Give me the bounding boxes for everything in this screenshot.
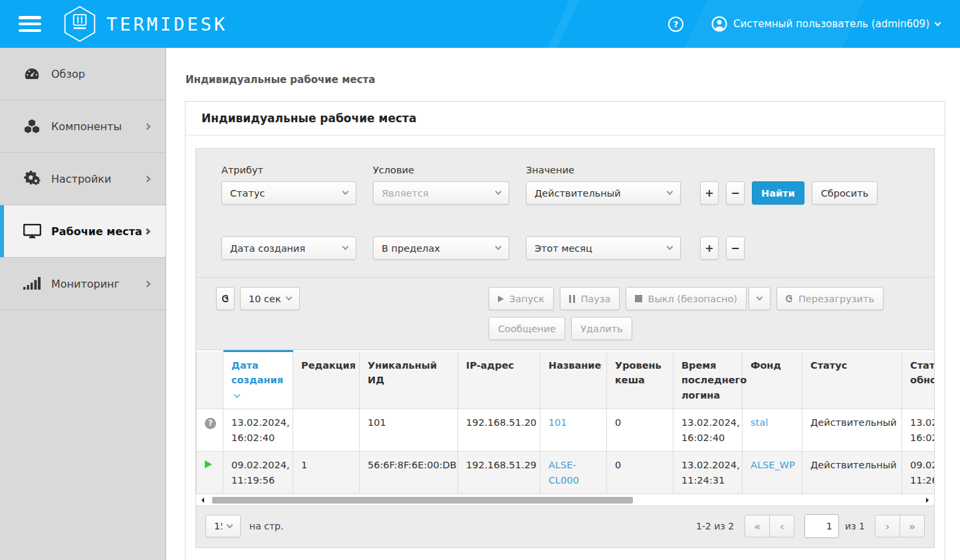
name-cell: 101 xyxy=(540,409,607,452)
sort-chevron-icon xyxy=(234,391,241,398)
page-size-select[interactable]: 15 xyxy=(205,515,241,537)
cache-level-cell: 0 xyxy=(607,409,673,452)
workplace-link[interactable]: ALSE-CL000 xyxy=(548,460,579,485)
revision-cell xyxy=(293,409,360,452)
play-icon xyxy=(498,296,504,302)
pause-button[interactable]: Пауза xyxy=(560,287,620,310)
attribute-label: Атрибут xyxy=(221,165,356,175)
stop-icon xyxy=(635,295,642,302)
prev-page-button[interactable]: ‹ xyxy=(769,515,794,537)
chevron-down-icon xyxy=(342,189,349,195)
chevron-down-icon xyxy=(286,294,293,301)
column-revision[interactable]: Редакция xyxy=(293,351,360,409)
refresh-button[interactable] xyxy=(216,287,235,310)
column-created-sorted[interactable]: Дата создания xyxy=(223,351,293,409)
pagination-bar: 15 на стр. 1-2 из 2 « ‹ из 1 › xyxy=(196,506,934,547)
sidebar-item-workplaces[interactable]: Рабочие места xyxy=(0,205,166,258)
name-cell: ALSE-CL000 xyxy=(540,452,607,494)
pool-link[interactable]: stal xyxy=(751,417,768,428)
ip-cell: 192.168.51.20 xyxy=(458,409,540,452)
scroll-right-icon[interactable] xyxy=(926,498,931,503)
chevron-down-icon xyxy=(495,189,502,195)
chevron-down-icon xyxy=(495,244,502,250)
table-row[interactable]: 13.02.2024, 16:02:40 101 192.168.51.20 1… xyxy=(197,409,935,452)
message-button[interactable]: Сообщение xyxy=(489,317,565,340)
column-update-status[interactable]: Статус обновления xyxy=(902,351,935,409)
remove-filter-button[interactable]: − xyxy=(726,181,745,205)
help-icon[interactable] xyxy=(668,17,683,32)
value-select-1[interactable]: Действительный xyxy=(526,181,681,205)
start-button[interactable]: Запуск xyxy=(489,287,554,310)
ip-cell: 192.168.51.29 xyxy=(458,452,540,494)
workplaces-card: Индивидуальные рабочие места Атрибут Ста… xyxy=(185,101,945,560)
refresh-interval-select[interactable]: 10 сек xyxy=(240,287,300,310)
power-off-button[interactable]: Выкл (безопасно) xyxy=(626,287,746,310)
sidebar-item-monitoring[interactable]: Мониторинг xyxy=(0,258,166,310)
uid-cell: 56:6F:8F:6E:00:DB xyxy=(360,452,458,494)
last-login-cell: 13.02.2024, 11:24:31 xyxy=(673,452,743,494)
dashboard-icon xyxy=(22,66,42,81)
state-cell xyxy=(197,409,223,452)
attribute-select-1[interactable]: Статус xyxy=(221,181,356,205)
refresh-icon xyxy=(222,295,229,302)
attribute-select-2[interactable]: Дата создания xyxy=(221,236,356,260)
filters-section: Атрибут Статус Условие Является xyxy=(196,149,934,277)
update-status-cell: 09.02.2024, 11:26 xyxy=(902,452,935,494)
column-name[interactable]: Название xyxy=(540,351,607,409)
first-page-button[interactable]: « xyxy=(745,515,770,537)
scroll-left-icon[interactable] xyxy=(199,498,204,503)
chevron-down-icon xyxy=(756,294,763,301)
sidebar-item-label: Настройки xyxy=(51,173,111,185)
state-cell xyxy=(197,452,223,494)
column-status[interactable]: Статус xyxy=(802,351,902,409)
value-select-2[interactable]: Этот месяц xyxy=(526,236,681,260)
value-label: Значение xyxy=(526,165,681,175)
question-icon xyxy=(205,418,216,429)
column-ip[interactable]: IP-адрес xyxy=(458,351,540,409)
power-off-dropdown-button[interactable] xyxy=(749,287,771,310)
scrollbar-thumb[interactable] xyxy=(212,497,633,504)
chevron-down-icon xyxy=(667,189,673,195)
horizontal-scrollbar[interactable] xyxy=(196,494,934,506)
pause-icon xyxy=(569,295,572,303)
column-pool[interactable]: Фонд xyxy=(743,351,802,409)
workplace-link[interactable]: 101 xyxy=(548,417,567,428)
column-uid[interactable]: Уникальный ИД xyxy=(360,351,458,409)
settings-gears-icon xyxy=(22,171,42,187)
sidebar-item-settings[interactable]: Настройки xyxy=(0,153,166,205)
search-button[interactable]: Найти xyxy=(752,181,804,205)
condition-select-2[interactable]: В пределах xyxy=(373,236,509,260)
chevron-right-icon xyxy=(144,280,151,287)
add-filter-button[interactable]: + xyxy=(700,236,719,260)
pool-cell: stal xyxy=(743,409,802,452)
chevron-right-icon xyxy=(144,123,151,130)
chevron-down-icon xyxy=(935,20,941,27)
last-page-button[interactable]: » xyxy=(900,515,925,537)
column-cache-level[interactable]: Уровень кеша xyxy=(607,351,673,409)
pool-cell: ALSE_WP xyxy=(743,452,802,494)
user-menu[interactable]: Системный пользователь (admin609) xyxy=(711,16,940,32)
sidebar-item-overview[interactable]: Обзор xyxy=(0,48,166,100)
page-number-input[interactable] xyxy=(804,514,839,538)
workplaces-table: Дата создания Редакция Уникальный ИД IP-… xyxy=(196,350,934,494)
add-filter-button[interactable]: + xyxy=(700,181,719,205)
play-icon xyxy=(205,460,212,468)
sidebar-item-components[interactable]: Компоненты xyxy=(0,100,166,153)
column-last-login[interactable]: Время последнего логина xyxy=(673,351,743,409)
remove-filter-button[interactable]: − xyxy=(726,236,745,260)
brand-wordmark: TERMIDESK xyxy=(106,14,227,35)
delete-button[interactable]: Удалить xyxy=(571,317,632,340)
reset-button[interactable]: Сбросить xyxy=(812,181,878,205)
chevron-down-icon xyxy=(342,244,349,250)
table-row[interactable]: 09.02.2024, 11:19:56 1 56:6F:8F:6E:00:DB… xyxy=(197,452,935,494)
condition-select-1[interactable]: Является xyxy=(373,181,509,205)
pool-link[interactable]: ALSE_WP xyxy=(751,460,795,470)
reload-button[interactable]: Перезагрузить xyxy=(777,287,884,310)
cache-level-cell: 0 xyxy=(607,452,673,494)
menu-toggle-button[interactable] xyxy=(19,16,41,32)
hexagon-book-icon xyxy=(62,5,97,43)
topbar: TERMIDESK Системный пользователь (admin6… xyxy=(0,0,960,48)
next-page-button[interactable]: › xyxy=(875,515,900,537)
status-cell: Действительный xyxy=(802,452,902,494)
per-page-label: на стр. xyxy=(249,521,283,531)
